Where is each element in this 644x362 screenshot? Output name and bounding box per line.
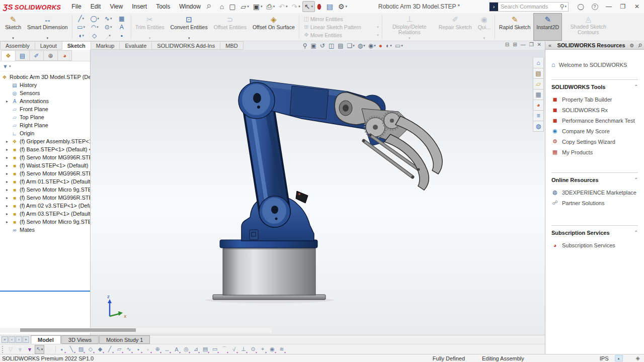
instant2d-button[interactable]: ✎ Instant2D bbox=[533, 13, 562, 41]
pane-pin-icon[interactable]: ⚲ bbox=[635, 41, 644, 50]
tree-item-arm02[interactable]: ▸ ■ (f) Arm 02 v3.STEP<1> (Default) bbox=[0, 202, 90, 210]
filter-weld-symbols-icon[interactable]: ⌒ bbox=[220, 345, 229, 354]
circle-tool[interactable]: ◯ ▾ bbox=[88, 14, 102, 23]
menu-item[interactable]: Window bbox=[175, 0, 205, 13]
filter-solid-bodies-icon[interactable]: ◆ bbox=[96, 345, 105, 354]
undo-icon[interactable]: ↶ ▾ bbox=[277, 1, 289, 12]
tree-item-arm01[interactable]: ▸ ■ (f) Arm 01.STEP<1> (Default) <<I bbox=[0, 177, 90, 186]
selection-filter-icon[interactable]: ▽ bbox=[6, 345, 16, 354]
pane-split-icon-1[interactable]: ⊟ bbox=[505, 42, 509, 47]
search-icon[interactable]: ⚲ bbox=[560, 3, 565, 10]
print-icon[interactable]: ⎙ ▾ bbox=[264, 1, 277, 12]
welcome-link[interactable]: ⌂ Welcome to SOLIDWORKS bbox=[551, 61, 638, 68]
clear-all-filters-icon[interactable]: ▼ bbox=[16, 345, 25, 354]
save-icon[interactable]: ▣ ▾ bbox=[251, 1, 265, 12]
smart-dimension-button[interactable]: ↔ Smart Dimension ▾ bbox=[24, 13, 71, 41]
filter-center-marks-icon[interactable]: ⊕ bbox=[153, 345, 163, 354]
propertymanager-tab[interactable]: ▤ bbox=[15, 50, 30, 61]
tree-item-base[interactable]: ▸ ■ (f) Base.STEP<1> (Default) <<De bbox=[0, 145, 90, 153]
shaded-sketch-contours-button[interactable]: ◬ Shaded Sketch Contours bbox=[562, 13, 614, 41]
collapse-section-icon[interactable]: ⌃ bbox=[634, 230, 638, 236]
units-dropdown-icon[interactable]: ▴ bbox=[615, 355, 623, 361]
scrollbar-thumb[interactable] bbox=[20, 328, 136, 332]
redo-icon[interactable]: ↷ ▾ bbox=[289, 1, 302, 12]
filter-dimensions-icon[interactable]: ↔ bbox=[163, 345, 172, 354]
line-tool[interactable]: ╱ ▾ bbox=[74, 14, 88, 23]
tree-item-waist[interactable]: ▸ ■ (f) Waist.STEP<1> (Default) <<D bbox=[0, 161, 90, 169]
filter-axes-icon[interactable]: ╱ bbox=[105, 345, 115, 354]
close-button[interactable]: ✕ bbox=[630, 0, 644, 13]
traffic-light-icon[interactable]: ⬮ bbox=[315, 1, 325, 12]
linear-sketch-pattern-button[interactable]: ⊞ Linear Sketch Pattern ▾ bbox=[302, 23, 379, 31]
separator[interactable] bbox=[54, 345, 57, 354]
commandmanager-tab[interactable]: Evaluate bbox=[119, 41, 152, 50]
document-tab[interactable]: 3D Views bbox=[61, 335, 99, 344]
filter-notes-icon[interactable]: A bbox=[172, 345, 182, 354]
filter-edges-icon[interactable]: ╲ bbox=[67, 345, 76, 354]
display-delete-relations-button[interactable]: ⊥ Display/Delete Relations ▾ bbox=[383, 13, 436, 41]
pane-split-icon-2[interactable]: ⊞ bbox=[513, 42, 517, 47]
menu-item[interactable]: Tools bbox=[151, 0, 175, 13]
tree-item-mates[interactable]: ∞ Mates bbox=[0, 226, 90, 234]
tree-item-servo2[interactable]: ▸ ■ (f) Servo Motor MG996R.STEP<2> bbox=[0, 169, 90, 177]
fillet-tool[interactable]: ◞ ▾ bbox=[102, 31, 115, 40]
restore-document-icon[interactable]: ❐ bbox=[529, 42, 534, 47]
filter-geometric-tolerances-icon[interactable]: ⊥ bbox=[239, 345, 249, 354]
options-gear-icon[interactable]: ⚙ ▾ bbox=[336, 1, 349, 12]
tree-item-servo3[interactable]: ▸ ■ (f) Servo Motor MG996R.STEP<3> bbox=[0, 194, 90, 202]
close-document-icon[interactable]: ✕ bbox=[537, 42, 541, 47]
search-dropdown-icon[interactable]: ▾ bbox=[565, 5, 567, 9]
slot-tool[interactable]: ◖ ▾ bbox=[74, 31, 88, 40]
subscription-services-link[interactable]: ◕ Subscription Services bbox=[551, 240, 638, 250]
polygon-tool[interactable]: ◇ bbox=[88, 31, 102, 40]
tree-item-top-plane[interactable]: ▱ Top Plane bbox=[0, 113, 90, 121]
filter-sketch-points-icon[interactable]: • bbox=[134, 345, 143, 354]
featuremanager-tab[interactable]: ❖ bbox=[1, 50, 16, 61]
arc-tool[interactable]: ◠ ▾ bbox=[88, 23, 102, 31]
point-tool[interactable]: ▪ bbox=[115, 31, 129, 40]
commandmanager-tab[interactable]: Sketch bbox=[62, 41, 91, 50]
first-tab-button[interactable]: « bbox=[2, 336, 8, 343]
taskpane-tab-3dexperience[interactable]: ◍ bbox=[533, 121, 544, 132]
view-orientation-icon[interactable]: ❏ ▾ bbox=[346, 42, 356, 49]
lasso-select-icon[interactable]: ◌ bbox=[44, 345, 54, 354]
hide-show-items-icon[interactable]: ◉ ▾ bbox=[367, 42, 377, 49]
tree-item-servo-micro1[interactable]: ▸ ■ (f) Servo Motor Micro 9g.STEP<1 bbox=[0, 186, 90, 194]
restore-button[interactable]: ❐ bbox=[616, 0, 630, 13]
select-cursor-icon[interactable]: ↖ ▾ bbox=[302, 1, 315, 12]
filter-sketch-segments-icon[interactable]: ∿ bbox=[124, 345, 134, 354]
filter-connection-points-icon[interactable]: ⊙ bbox=[249, 345, 258, 354]
filter-dowel-pins-icon[interactable]: ◉ bbox=[268, 345, 277, 354]
tree-item-origin[interactable]: ∟ Origin bbox=[0, 129, 90, 137]
tree-item-right-plane[interactable]: ▱ Right Plane bbox=[0, 121, 90, 129]
commandmanager-tab[interactable]: MBD bbox=[220, 41, 243, 50]
menu-item[interactable]: View bbox=[105, 0, 127, 13]
filter-datums-icon[interactable]: ⊿ bbox=[191, 345, 201, 354]
filter-blocks-icon[interactable]: ▭ bbox=[210, 345, 220, 354]
taskpane-tab-home[interactable]: ⌂ bbox=[533, 58, 544, 68]
mirror-entities-button[interactable]: ◫ Mirror Entities bbox=[302, 15, 379, 23]
menu-item[interactable]: Edit bbox=[86, 0, 106, 13]
commandmanager-tab[interactable]: SOLIDWORKS Add-Ins bbox=[151, 41, 220, 50]
dimxpertmanager-tab[interactable]: ⊕ bbox=[43, 50, 58, 61]
displaymanager-tab[interactable]: ◕ bbox=[57, 50, 72, 61]
section-view-icon[interactable]: ◫ bbox=[327, 42, 336, 49]
compare-my-score-link[interactable]: ◉ Compare My Score bbox=[551, 126, 638, 136]
taskpane-tab-appearances[interactable]: ◕ bbox=[533, 100, 544, 111]
pane-options-gear-icon[interactable]: ⚙ bbox=[628, 43, 636, 48]
document-tab[interactable]: Motion Study 1 bbox=[99, 335, 150, 344]
filter-vertices-icon[interactable]: ▪ bbox=[57, 345, 67, 354]
sketch-button[interactable]: ✎ Sketch ▾ bbox=[2, 13, 24, 41]
tree-item-history[interactable]: ▤ History bbox=[0, 81, 90, 89]
filter-balloons-icon[interactable]: ◎ bbox=[182, 345, 191, 354]
menu-item[interactable]: Insert bbox=[127, 0, 151, 13]
filter-hatch-icon[interactable]: ▤ bbox=[201, 345, 210, 354]
filter-dropdown-icon[interactable]: ▾ bbox=[9, 64, 11, 68]
commandmanager-tab[interactable]: Markup bbox=[91, 41, 120, 50]
filter-cosmetic-threads-icon[interactable]: ≋ bbox=[277, 345, 287, 354]
home-icon[interactable]: ⌂ bbox=[218, 1, 227, 12]
filter-midpoints-icon[interactable]: ◦ bbox=[143, 345, 153, 354]
trim-entities-button[interactable]: ✂ Trim Entities ▾ bbox=[132, 13, 168, 41]
taskpane-tab-design-library[interactable]: ▤ bbox=[533, 68, 544, 79]
zoom-to-area-icon[interactable]: ▣ bbox=[309, 42, 318, 49]
